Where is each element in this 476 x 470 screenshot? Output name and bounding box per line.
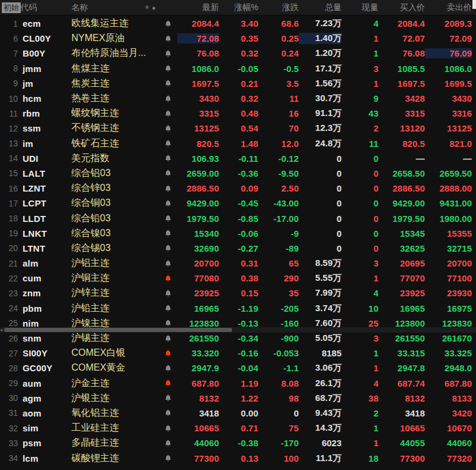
- col-header-bid-price[interactable]: 买入价: [378, 2, 425, 13]
- table-row[interactable]: 30agm沪银主连81321.229868.7万3881328133: [0, 391, 476, 406]
- instrument-code: LNKT: [18, 228, 69, 239]
- table-row[interactable]: 20LTNT综合锡0332690-0.27-89003262532715: [0, 241, 476, 256]
- total-volume: 5.55万: [299, 272, 342, 284]
- alert-bell-button[interactable]: [158, 214, 177, 223]
- latest-price: 1086.0: [177, 64, 219, 74]
- table-row[interactable]: 29aum沪金主连687.801.198.0826.1万4687.74687.8…: [0, 376, 476, 391]
- col-header-latest[interactable]: 最新: [177, 2, 219, 13]
- latest-price: 261550: [177, 333, 219, 343]
- alert-bell-button[interactable]: [158, 454, 177, 462]
- alert-bell-button[interactable]: [158, 349, 177, 358]
- alert-bell-button[interactable]: [158, 244, 177, 252]
- price-change: -1.1: [258, 363, 299, 373]
- dot-icon[interactable]: ●: [152, 4, 156, 11]
- latest-price: 10665: [177, 423, 219, 433]
- alert-bell-button[interactable]: [158, 364, 177, 372]
- alert-bell-button[interactable]: [158, 394, 177, 402]
- table-row[interactable]: 15LALT综合铝032659.00-0.36-9.50002658.50265…: [0, 166, 476, 181]
- ask-price: 2659.50: [425, 168, 472, 178]
- alert-bell-icon: [164, 409, 172, 417]
- table-row[interactable]: 8jmm焦煤主连1086.0-0.05-0.517.1万31085.51086.…: [0, 61, 476, 76]
- alert-bell-button[interactable]: [158, 20, 177, 28]
- alert-bell-button[interactable]: [158, 35, 177, 43]
- table-row[interactable]: 12ssm不锈钢主连131250.547012.3万21312013125: [0, 121, 476, 136]
- bid-price: 261550: [378, 333, 425, 343]
- table-row[interactable]: 6CL00YNYMEX原油72.080.350.251.40万172.0772.…: [0, 31, 476, 46]
- instrument-name: 综合镍03: [69, 227, 158, 240]
- alert-bell-button[interactable]: [158, 49, 177, 58]
- table-row[interactable]: 24pbm沪铅主连16965-1.19-2053.74万101696516975: [0, 301, 476, 316]
- pct-change: 0.13: [219, 453, 258, 463]
- latest-price: 687.80: [177, 378, 219, 388]
- table-row[interactable]: 28GC00YCOMEX黄金2947.9-0.04-1.13.06万12947.…: [0, 361, 476, 375]
- table-row[interactable]: 7B00Y布伦特原油当月...76.080.320.241.20万176.087…: [0, 46, 476, 61]
- ask-price: 3430: [425, 93, 472, 104]
- table-row[interactable]: 21alm沪铝主连207000.31658.59万32069520700: [0, 256, 476, 271]
- row-number: 21: [0, 259, 18, 268]
- current-volume: 0: [342, 228, 378, 239]
- table-row[interactable]: 34lcm碳酸锂主连773000.1310011.1万187730077320: [0, 450, 476, 465]
- table-row[interactable]: 10hcm热卷主连34300.321130.7万934283430: [0, 91, 476, 106]
- table-row[interactable]: 18LLDT综合铅031979.50-0.85-17.00001979.5019…: [0, 211, 476, 225]
- table-row[interactable]: 17LCPT综合铜039429.00-0.45-43.00009429.0094…: [0, 196, 476, 211]
- current-volume: 3: [342, 333, 378, 343]
- alert-bell-button[interactable]: [158, 439, 177, 447]
- table-row[interactable]: 19LNKT综合镍0315340-0.06-9001534515355: [0, 226, 476, 241]
- table-row[interactable]: 1ecm欧线集运主连2084.43.4068.67.23万42084.42089…: [0, 16, 476, 31]
- table-row[interactable]: 27SI00YCOMEX白银33.320-0.16-0.0538185133.3…: [0, 346, 476, 361]
- horizontal-scrollbar[interactable]: ◂: [0, 327, 476, 333]
- alert-bell-button[interactable]: [158, 319, 177, 327]
- alert-bell-button[interactable]: [158, 79, 177, 87]
- alert-bell-icon: [164, 289, 172, 297]
- col-header-name[interactable]: 名称 ✳●: [69, 2, 158, 13]
- alert-bell-button[interactable]: [158, 169, 177, 177]
- alert-bell-button[interactable]: [158, 259, 177, 268]
- alert-bell-button[interactable]: [158, 334, 177, 343]
- ask-price: 33.325: [425, 348, 472, 358]
- col-header-pct-change[interactable]: 涨幅%: [219, 2, 258, 13]
- pct-change: -1.19: [219, 303, 258, 314]
- table-row[interactable]: 14UDI美元指数106.93-0.11-0.1200——: [0, 151, 476, 166]
- table-row[interactable]: 9jm焦炭主连1697.50.213.51.56万11697.51699.5: [0, 76, 476, 91]
- table-row[interactable]: 13im铁矿石主连820.51.4812.024.8万11820.5821.0: [0, 136, 476, 151]
- latest-price: 1979.50: [177, 214, 219, 224]
- table-row[interactable]: 22cum沪铜主连770800.382905.55万17707077100: [0, 271, 476, 286]
- quote-rows: 1ecm欧线集运主连2084.43.4068.67.23万42084.42089…: [0, 16, 476, 466]
- alert-bell-button[interactable]: [158, 139, 177, 148]
- scroll-left-arrow-icon[interactable]: ◂: [0, 327, 4, 333]
- total-volume: 0: [299, 153, 342, 164]
- alert-bell-button[interactable]: [158, 409, 177, 417]
- alert-bell-button[interactable]: [158, 289, 177, 297]
- alert-bell-button[interactable]: [158, 95, 177, 103]
- alert-bell-button[interactable]: [158, 424, 177, 433]
- price-change: 2.50: [258, 183, 299, 193]
- col-header-current-volume[interactable]: 现量: [342, 2, 378, 13]
- alert-bell-button[interactable]: [158, 199, 177, 208]
- alert-bell-button[interactable]: [158, 184, 177, 193]
- alert-bell-button[interactable]: [158, 124, 177, 133]
- horizontal-scrollbar-thumb[interactable]: [4, 328, 232, 332]
- table-row[interactable]: 23znm沪锌主连239250.15357.99万42392523930: [0, 286, 476, 300]
- table-row[interactable]: 33psm多晶硅主连44060-0.38-170602314405544060: [0, 435, 476, 450]
- col-header-ask-price[interactable]: 卖出价: [425, 2, 472, 13]
- alert-bell-button[interactable]: [158, 229, 177, 237]
- alert-bell-button[interactable]: [158, 109, 177, 118]
- alert-bell-button[interactable]: [158, 304, 177, 312]
- asterisk-icon[interactable]: ✳: [144, 4, 149, 11]
- col-header-code[interactable]: 代码: [18, 2, 69, 13]
- alert-bell-button[interactable]: [158, 64, 177, 73]
- table-row[interactable]: 16LZNT综合锌032886.500.092.50002886.502888.…: [0, 181, 476, 196]
- alert-bell-button[interactable]: [158, 379, 177, 387]
- instrument-code: ecm: [18, 18, 69, 29]
- table-row[interactable]: 26snm沪锡主连261550-0.34-9005.05万32615502616…: [0, 331, 476, 346]
- row-number: 6: [0, 34, 18, 43]
- alert-bell-button[interactable]: [158, 154, 177, 162]
- table-row[interactable]: 31aom氧化铝主连34180.0009.43万234183420: [0, 406, 476, 421]
- alert-bell-button[interactable]: [158, 274, 177, 283]
- latest-price: 72.08: [177, 33, 219, 43]
- col-header-change[interactable]: 涨跌: [258, 2, 299, 13]
- col-header-total-volume[interactable]: 总量: [299, 2, 342, 13]
- table-row[interactable]: 11rbm螺纹钢主连33150.481691.1万4333153316: [0, 106, 476, 121]
- col-header-name-label: 名称: [71, 2, 88, 13]
- table-row[interactable]: 32sim工业硅主连106650.717514.3万11066510670: [0, 421, 476, 435]
